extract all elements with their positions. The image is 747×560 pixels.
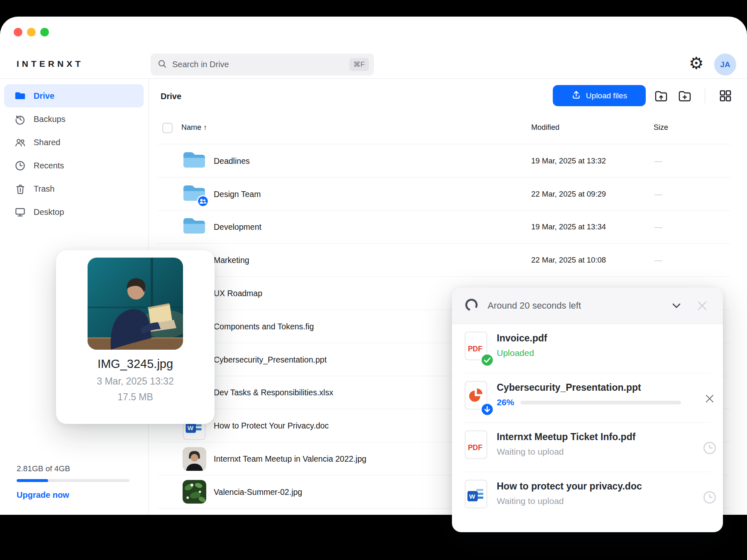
file-name: UX Roadmap	[214, 289, 262, 298]
upload-toast-items: PDF Invoice.pdf Uploaded Cybersecurity_P…	[452, 324, 723, 521]
file-size: —	[654, 222, 662, 231]
file-name: Components and Tokens.fig	[214, 321, 314, 331]
svg-text:PDF: PDF	[468, 443, 482, 452]
recents-clock-icon	[15, 160, 26, 171]
preview-file-size: 17.5 MB	[56, 392, 215, 403]
upload-files-button[interactable]: Upload files	[553, 85, 646, 106]
upload-icon	[571, 90, 581, 102]
file-modified-date: 19 Mar, 2025 at 13:32	[531, 156, 606, 166]
sort-ascending-icon: ↑	[203, 123, 207, 131]
table-header: Name ↑ Modified Size	[149, 121, 747, 144]
upload-item: PDF Internxt Meetup Ticket Info.pdf Wait…	[452, 423, 723, 472]
trash-icon	[15, 183, 26, 195]
search-input[interactable]: Search in Drive ⌘F	[151, 54, 374, 75]
image-portrait-thumbnail	[181, 447, 207, 471]
file-name: Development	[214, 222, 261, 232]
new-folder-icon[interactable]	[676, 88, 693, 104]
upload-status: Waiting to upload	[497, 447, 564, 457]
storage-meter: 2.81GB of 4GB Upgrade now	[17, 464, 132, 500]
sidebar-item-label: Drive	[34, 91, 54, 101]
file-modified-date: 22 Mar, 2025 at 10:08	[531, 256, 606, 265]
file-size: —	[654, 256, 662, 265]
upload-item: PDF Invoice.pdf Uploaded	[452, 324, 723, 373]
avatar[interactable]: JA	[714, 54, 736, 75]
clock-icon	[702, 489, 718, 505]
upload-filename: Invoice.pdf	[497, 333, 547, 344]
file-size: —	[654, 156, 662, 166]
file-preview-card: IMG_3245.jpg 3 Mar, 2025 13:32 17.5 MB	[56, 250, 215, 424]
upload-status: Uploaded	[497, 348, 534, 358]
pdf-file-icon: PDF	[464, 430, 488, 465]
traffic-light-zoom-button[interactable]	[40, 28, 49, 37]
drive-folder-icon	[15, 90, 26, 102]
backups-history-icon	[15, 114, 26, 125]
table-row[interactable]: Design Team 22 Mar, 2025 at 09:29 —	[149, 178, 747, 211]
sidebar-item-backups[interactable]: Backups	[4, 107, 144, 131]
file-name: Design Team	[214, 189, 261, 199]
desktop-monitor-icon	[15, 207, 26, 218]
screenshot-stage: INTERNXT Search in Drive ⌘F ⚙ JA Drive B…	[0, 0, 747, 560]
clock-icon	[702, 440, 718, 456]
file-size: —	[654, 190, 662, 199]
download-badge-icon	[480, 402, 494, 418]
table-row[interactable]: Marketing 22 Mar, 2025 at 10:08 —	[149, 243, 747, 277]
sidebar-item-recents[interactable]: Recents	[4, 154, 144, 177]
close-icon[interactable]	[694, 297, 710, 314]
file-name: How to Protect Your Privacy.doc	[214, 421, 329, 431]
storage-usage-label: 2.81GB of 4GB	[17, 464, 132, 473]
sidebar-item-shared[interactable]: Shared	[4, 131, 144, 154]
upload-filename: Internxt Meetup Ticket Info.pdf	[497, 431, 635, 443]
storage-progress-bar	[17, 479, 129, 482]
shared-folder-icon	[181, 182, 207, 206]
column-header-modified[interactable]: Modified	[531, 123, 559, 132]
search-icon	[157, 59, 167, 71]
file-name: Marketing	[214, 256, 249, 265]
pdf-file-icon: PDF	[464, 331, 488, 366]
table-row[interactable]: Development 19 Mar, 2025 at 13:34 —	[149, 211, 747, 244]
sidebar-item-label: Shared	[34, 138, 61, 147]
gear-icon[interactable]: ⚙	[687, 54, 706, 72]
svg-text:PDF: PDF	[468, 345, 482, 353]
upload-progress-bar	[520, 401, 681, 404]
upload-item: W How to protect your privacy.doc Waitin…	[452, 472, 723, 521]
sidebar-item-label: Backups	[34, 114, 66, 124]
search-placeholder: Search in Drive	[172, 60, 349, 69]
sidebar-item-label: Trash	[34, 184, 54, 194]
select-all-checkbox[interactable]	[162, 123, 173, 133]
image-leaves-thumbnail	[181, 480, 207, 504]
preview-thumbnail-photo	[88, 258, 183, 350]
upload-percent: 26%	[497, 397, 514, 407]
column-header-size[interactable]: Size	[654, 123, 668, 132]
upload-time-remaining: Around 20 seconds left	[488, 300, 668, 311]
file-name: Deadlines	[214, 156, 250, 166]
upload-folder-icon[interactable]	[653, 88, 669, 104]
sidebar-item-desktop[interactable]: Desktop	[4, 200, 144, 224]
search-shortcut-badge: ⌘F	[349, 58, 369, 71]
toolbar-divider	[705, 88, 705, 103]
chevron-down-icon[interactable]	[668, 297, 685, 314]
doc-file-icon: W	[464, 480, 488, 514]
ppt-file-icon	[464, 381, 488, 416]
sidebar-nav: Drive Backups Shared Recents Trash Deskt…	[4, 84, 144, 224]
upload-filename: Cybersecurity_Presentation.ppt	[497, 382, 641, 393]
sidebar-item-drive[interactable]: Drive	[4, 84, 144, 107]
sidebar-item-label: Desktop	[34, 207, 64, 217]
grid-view-icon[interactable]	[717, 88, 734, 104]
internxt-logo: INTERNXT	[17, 59, 83, 69]
traffic-light-close-button[interactable]	[14, 28, 22, 37]
close-icon[interactable]	[702, 391, 718, 407]
column-header-name[interactable]: Name ↑	[181, 123, 207, 132]
file-modified-date: 22 Mar, 2025 at 09:29	[531, 190, 606, 199]
table-row[interactable]: Deadlines 19 Mar, 2025 at 13:32 —	[149, 144, 747, 178]
preview-filename: IMG_3245.jpg	[56, 357, 215, 371]
upload-toast: Around 20 seconds left PDF Invoice.pdf U…	[452, 287, 723, 532]
spinner-icon	[464, 298, 478, 314]
upload-item: Cybersecurity_Presentation.ppt 26%	[452, 373, 723, 423]
sidebar-item-trash[interactable]: Trash	[4, 177, 144, 200]
upload-status: Waiting to upload	[497, 496, 564, 506]
upgrade-now-link[interactable]: Upgrade now	[17, 490, 132, 500]
svg-text:W: W	[469, 493, 476, 500]
traffic-light-minimize-button[interactable]	[27, 28, 36, 37]
top-bar: INTERNXT Search in Drive ⌘F ⚙ JA	[0, 17, 747, 79]
file-name: Internxt Team Meetup in Valencia 2022.jp…	[214, 454, 366, 464]
